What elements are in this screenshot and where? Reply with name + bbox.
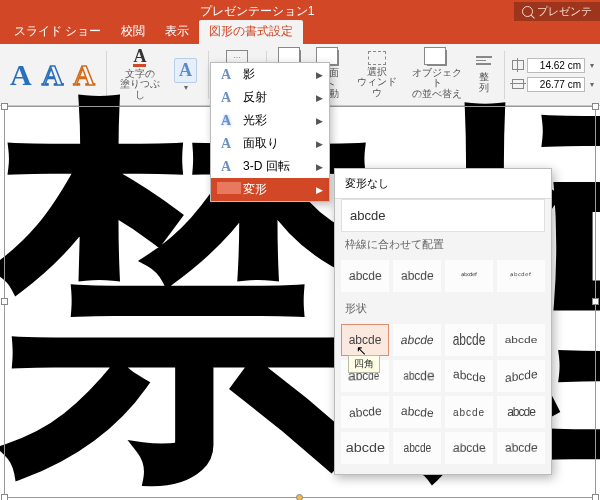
menu-label: 面取り bbox=[243, 135, 279, 152]
transform-none[interactable]: 変形なし bbox=[335, 169, 551, 199]
height-icon bbox=[512, 60, 524, 70]
search-box[interactable]: プレゼンテ bbox=[514, 2, 600, 21]
tab-slideshow[interactable]: スライド ショー bbox=[4, 20, 111, 44]
transform-flyout: 変形なし abcde 枠線に合わせて配置 abcde abcde ᵃᵇᶜᵈᵉᶠ … bbox=[334, 168, 552, 475]
menu-label: 反射 bbox=[243, 89, 267, 106]
transform-option-square[interactable]: abcde ↖ 四角 bbox=[341, 324, 389, 356]
transform-option[interactable]: abcde bbox=[341, 260, 389, 292]
shape-grid: abcde ↖ 四角 abcde abcde abcde abcde abcde… bbox=[335, 320, 551, 468]
tab-shape-format[interactable]: 図形の書式設定 bbox=[199, 20, 303, 44]
resize-handle[interactable] bbox=[1, 494, 8, 500]
transform-option[interactable]: abcde bbox=[341, 396, 389, 428]
tooltip: 四角 bbox=[348, 355, 380, 373]
resize-handle[interactable] bbox=[592, 103, 599, 110]
transform-option[interactable]: abcde bbox=[393, 432, 441, 464]
submenu-arrow-icon: ▶ bbox=[316, 185, 323, 195]
menu-label: 光彩 bbox=[243, 112, 267, 129]
search-placeholder: プレゼンテ bbox=[537, 4, 592, 19]
tab-review[interactable]: 校閲 bbox=[111, 20, 155, 44]
transform-option[interactable]: abcde bbox=[445, 324, 493, 356]
shadow-icon: A bbox=[217, 67, 235, 83]
transform-option[interactable]: abcde bbox=[497, 396, 545, 428]
document-title: プレゼンテーション1 bbox=[0, 3, 514, 20]
menu-transform[interactable]: 変形▶ bbox=[211, 178, 329, 201]
height-input[interactable] bbox=[527, 58, 585, 73]
follow-path-grid: abcde abcde ᵃᵇᶜᵈᵉᶠ ᵃᵇᶜᵈᵉᶠ bbox=[335, 256, 551, 296]
section-shape: 形状 bbox=[335, 296, 551, 320]
align-icon bbox=[476, 56, 492, 70]
transform-option[interactable]: abcde bbox=[497, 432, 545, 464]
transform-option[interactable]: abcde bbox=[393, 360, 441, 392]
menu-label: 影 bbox=[243, 66, 255, 83]
resize-handle[interactable] bbox=[1, 103, 8, 110]
text-fill-icon: A bbox=[133, 49, 146, 67]
menu-label: 変形 bbox=[243, 181, 267, 198]
glow-icon: A bbox=[217, 113, 235, 129]
height-field[interactable]: ▾ bbox=[512, 58, 594, 73]
menu-3d-rotation[interactable]: A3-D 回転▶ bbox=[211, 155, 329, 178]
selection-pane-icon bbox=[368, 51, 386, 65]
submenu-arrow-icon: ▶ bbox=[316, 162, 323, 172]
rotation-icon: A bbox=[217, 159, 235, 175]
menu-label: 3-D 回転 bbox=[243, 158, 290, 175]
search-icon bbox=[522, 6, 533, 17]
menu-bevel[interactable]: A面取り▶ bbox=[211, 132, 329, 155]
tab-view[interactable]: 表示 bbox=[155, 20, 199, 44]
submenu-arrow-icon: ▶ bbox=[316, 116, 323, 126]
menu-reflection[interactable]: A反射▶ bbox=[211, 86, 329, 109]
transform-option[interactable]: ᵃᵇᶜᵈᵉᶠ bbox=[445, 260, 493, 292]
transform-option[interactable]: abcde bbox=[393, 324, 441, 356]
reflection-icon: A bbox=[217, 90, 235, 106]
transform-option[interactable]: abcde bbox=[445, 432, 493, 464]
transform-option[interactable]: abcde bbox=[445, 360, 493, 392]
text-effects-menu: A影▶ A反射▶ A光彩▶ A面取り▶ A3-D 回転▶ 変形▶ bbox=[210, 62, 330, 202]
ribbon-tabs: スライド ショー 校閲 表示 図形の書式設定 bbox=[0, 22, 600, 44]
resize-handle[interactable] bbox=[592, 494, 599, 500]
submenu-arrow-icon: ▶ bbox=[316, 139, 323, 149]
bevel-icon: A bbox=[217, 136, 235, 152]
adjust-handle[interactable] bbox=[296, 494, 303, 500]
transform-option[interactable]: ᵃᵇᶜᵈᵉᶠ bbox=[497, 260, 545, 292]
transform-option[interactable]: abcde bbox=[393, 396, 441, 428]
transform-option[interactable]: abcde bbox=[393, 260, 441, 292]
menu-glow[interactable]: A光彩▶ bbox=[211, 109, 329, 132]
title-bar: プレゼンテーション1 プレゼンテ bbox=[0, 0, 600, 22]
transform-option[interactable]: abcde bbox=[341, 432, 389, 464]
transform-preview[interactable]: abcde bbox=[341, 199, 545, 232]
transform-option[interactable]: abcde bbox=[497, 324, 545, 356]
transform-icon bbox=[217, 182, 235, 198]
submenu-arrow-icon: ▶ bbox=[316, 70, 323, 80]
resize-handle[interactable] bbox=[1, 298, 8, 305]
transform-option[interactable]: abcde bbox=[497, 360, 545, 392]
section-follow-path: 枠線に合わせて配置 bbox=[335, 232, 551, 256]
transform-option[interactable]: abcde bbox=[445, 396, 493, 428]
menu-shadow[interactable]: A影▶ bbox=[211, 63, 329, 86]
stepper-icon[interactable]: ▾ bbox=[590, 61, 594, 70]
resize-handle[interactable] bbox=[592, 298, 599, 305]
arrange-icon bbox=[427, 50, 447, 66]
submenu-arrow-icon: ▶ bbox=[316, 93, 323, 103]
